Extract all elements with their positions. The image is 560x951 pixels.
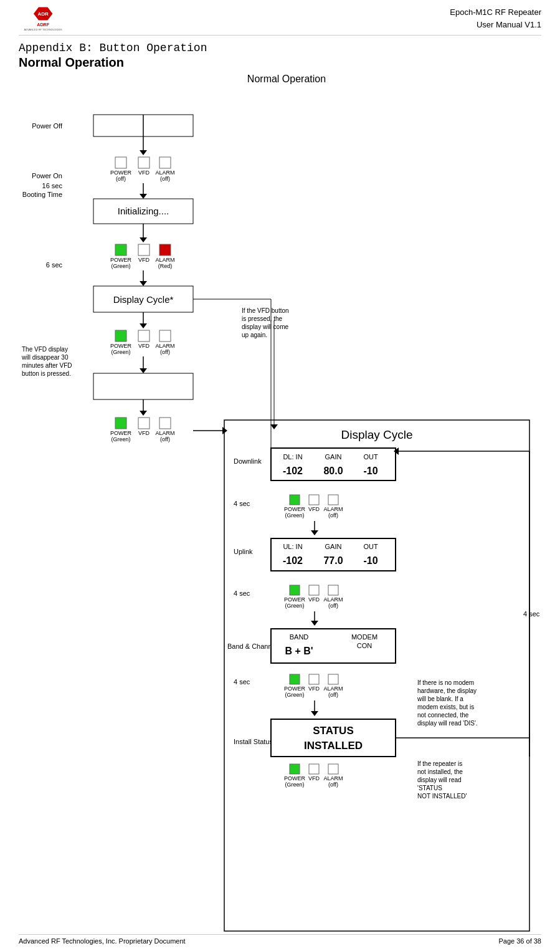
downlink-label: Downlink bbox=[234, 457, 262, 465]
led-power-green-2 bbox=[115, 244, 126, 256]
led-alarm-off-1 bbox=[159, 157, 171, 168]
not-installed-note-4: 'STATUS bbox=[417, 785, 442, 791]
arrowhead-2 bbox=[140, 194, 147, 199]
led-vfd-1 bbox=[138, 157, 149, 168]
header-title: Epoch-M1C RF Repeater User Manual V1.1 bbox=[450, 6, 541, 31]
band-4sec-label: 4 sec bbox=[234, 678, 250, 686]
led-power-ul-label-2: (Green) bbox=[285, 603, 304, 609]
led-alarm-status-label-1: ALARM bbox=[323, 775, 343, 781]
logo-area: ADR ADRF ADVANCED RF TECHNOLOGIES bbox=[19, 6, 69, 31]
not-installed-note-2: not installed, the bbox=[417, 768, 463, 775]
vfd-btn-note-2: is pressed, the bbox=[242, 315, 282, 322]
led-power-ul bbox=[290, 585, 300, 595]
ul-col1-label: UL: IN bbox=[283, 543, 302, 550]
dl-col1-val: -102 bbox=[283, 466, 303, 476]
display-cycle-outer-box bbox=[224, 420, 529, 931]
vfd-note-3: minutes after VFD bbox=[22, 362, 72, 369]
page: ADR ADRF ADVANCED RF TECHNOLOGIES Epoch-… bbox=[0, 0, 560, 951]
led-alarm-off-label-2: (off) bbox=[160, 176, 170, 182]
appendix-title: Appendix B: Button Operation bbox=[19, 42, 541, 54]
arrowhead-7 bbox=[140, 411, 147, 416]
led-alarm-off-3 bbox=[159, 330, 171, 342]
ul-col3-val: -10 bbox=[363, 555, 377, 566]
led-vfd-band bbox=[309, 674, 319, 684]
header-title-line2: User Manual V1.1 bbox=[450, 19, 541, 31]
status-line1: STATUS bbox=[313, 725, 353, 737]
vfd-btn-note-4: up again. bbox=[242, 332, 267, 338]
install-status-label: Install Status bbox=[234, 738, 273, 745]
led-alarm-dl bbox=[328, 495, 338, 505]
led-vfd-3 bbox=[138, 330, 149, 342]
ul-col3-label: OUT bbox=[363, 543, 378, 550]
six-sec-label: 6 sec bbox=[46, 261, 63, 269]
led-alarm-status bbox=[328, 764, 338, 774]
arrowhead-3 bbox=[140, 237, 147, 242]
led-alarm-status-label-2: (off) bbox=[328, 781, 338, 788]
led-vfd-status-label: VFD bbox=[308, 775, 320, 781]
init-text: Initializing.... bbox=[118, 206, 169, 216]
vfd-btn-note-3: display will come bbox=[242, 323, 288, 330]
led-vfd-ul-label: VFD bbox=[308, 596, 320, 603]
booting-time-label2: Booting Time bbox=[22, 191, 62, 198]
normal-operation-diagram: Normal Operation Power Off Power On 16 s… bbox=[19, 74, 554, 951]
footer-left: Advanced RF Technologies, Inc. Proprieta… bbox=[19, 937, 186, 945]
led-alarm-ul-label-1: ALARM bbox=[323, 596, 343, 603]
led-alarm-off-4-label-2: (off) bbox=[160, 436, 170, 442]
blank-box bbox=[93, 373, 193, 399]
not-installed-note-1: If the repeater is bbox=[417, 760, 462, 767]
led-power-off-label-2: (off) bbox=[116, 176, 126, 182]
booting-time-label: 16 sec bbox=[42, 182, 63, 189]
display-cycle-text: Display Cycle* bbox=[113, 294, 174, 305]
led-alarm-ul-label-2: (off) bbox=[328, 603, 338, 609]
led-power-status-label-2: (Green) bbox=[285, 781, 304, 788]
led-alarm-off-4 bbox=[159, 418, 171, 429]
header: ADR ADRF ADVANCED RF TECHNOLOGIES Epoch-… bbox=[19, 6, 541, 36]
led-alarm-red-label-2: (Red) bbox=[158, 263, 173, 269]
uplink-label: Uplink bbox=[234, 548, 253, 555]
header-title-line1: Epoch-M1C RF Repeater bbox=[450, 6, 541, 19]
led-vfd-label-1: VFD bbox=[138, 170, 150, 176]
led-power-ul-label-1: POWER bbox=[284, 596, 306, 603]
modem-note-3: will be blank. If a bbox=[417, 695, 463, 702]
led-alarm-band-label-1: ALARM bbox=[323, 686, 343, 692]
led-power-green-3 bbox=[115, 330, 126, 342]
led-alarm-dl-label-1: ALARM bbox=[323, 506, 343, 512]
page-title-section: Appendix B: Button Operation Normal Oper… bbox=[19, 42, 541, 70]
led-alarm-band-label-2: (off) bbox=[328, 692, 338, 698]
footer: Advanced RF Technologies, Inc. Proprieta… bbox=[19, 934, 541, 945]
vfd-note-4: button is pressed. bbox=[22, 370, 71, 377]
not-installed-note-5: NOT INSTALLED' bbox=[417, 793, 467, 800]
led-power-dl bbox=[290, 495, 300, 505]
not-installed-note-3: display will read bbox=[417, 777, 462, 783]
led-power-dl-label-2: (Green) bbox=[285, 512, 304, 519]
led-alarm-off-3-label-2: (off) bbox=[160, 349, 170, 355]
modem-note-1: If there is no modem bbox=[417, 679, 474, 686]
dl-col1-label: DL: IN bbox=[283, 453, 302, 461]
led-power-3-label-2: (Green) bbox=[111, 349, 130, 355]
led-vfd-2 bbox=[138, 244, 149, 256]
footer-right: Page 36 of 38 bbox=[498, 937, 541, 945]
led-power-dl-label-1: POWER bbox=[284, 506, 306, 512]
vfd-btn-note-1: If the VFD button bbox=[242, 307, 289, 314]
modem-note-4: modem exists, but is bbox=[417, 704, 474, 710]
led-vfd-label-4: VFD bbox=[138, 430, 150, 436]
led-alarm-ul bbox=[328, 585, 338, 595]
led-vfd-band-label: VFD bbox=[308, 686, 320, 692]
diagram-title: Normal Operation bbox=[19, 74, 554, 85]
status-line2: INSTALLED bbox=[304, 740, 363, 752]
arrowhead-1 bbox=[140, 150, 147, 155]
led-power-4-label-1: POWER bbox=[110, 430, 132, 436]
led-vfd-ul bbox=[309, 585, 319, 595]
diagram-svg: Power Off Power On 16 sec Booting Time 6… bbox=[19, 90, 554, 950]
band-channel-label: Band & Channel bbox=[227, 643, 277, 650]
led-vfd-4 bbox=[138, 418, 149, 429]
led-alarm-off-label-1: ALARM bbox=[155, 170, 174, 176]
dl-col3-label: OUT bbox=[363, 453, 378, 461]
modem-note-6: display will read 'DIS'. bbox=[417, 720, 478, 727]
svg-text:ADR: ADR bbox=[38, 11, 49, 17]
led-vfd-dl-label: VFD bbox=[308, 506, 320, 512]
modem-note-2: hardware, the display bbox=[417, 687, 477, 694]
band-label: BAND bbox=[290, 633, 309, 641]
adrf-logo: ADR ADRF ADVANCED RF TECHNOLOGIES bbox=[19, 6, 69, 31]
dl-4sec-label: 4 sec bbox=[234, 500, 250, 507]
